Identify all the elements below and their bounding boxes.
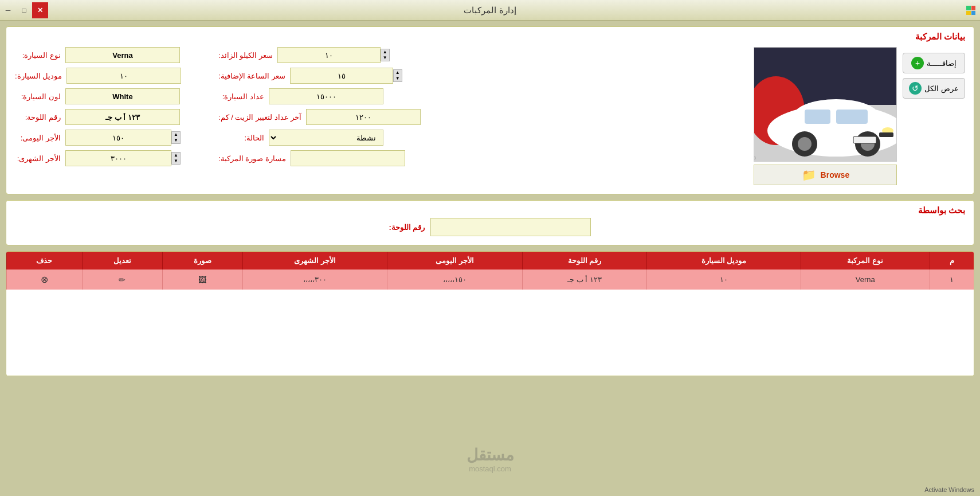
search-plate-label: رقم اللوحة: — [389, 223, 425, 232]
col-plate: رقم اللوحة — [522, 252, 647, 270]
show-all-button[interactable]: عرض الكل ↺ — [903, 78, 965, 99]
image-path-label: مسارة صورة المركبة: — [218, 154, 286, 163]
cell-num: ١ — [930, 270, 974, 290]
col-car-type: نوع المركبة — [801, 252, 930, 270]
plate-number-input[interactable] — [65, 109, 180, 125]
maximize-button[interactable]: □ — [16, 2, 32, 18]
image-path-row: مسارة صورة المركبة: — [218, 150, 745, 166]
daily-rent-spinner[interactable]: ▲ ▼ — [171, 131, 181, 144]
oil-odometer-input[interactable] — [306, 109, 421, 125]
photo-icon[interactable]: 🖼 — [198, 275, 206, 284]
cell-daily: ١٥٠،،،،، — [387, 270, 522, 290]
minimize-button[interactable]: ─ — [0, 2, 16, 18]
status-row: نشطة غير نشطة الحالة: — [218, 130, 745, 146]
monthly-rent-input[interactable] — [65, 150, 171, 166]
km-price-label: سعر الكيلو الزائد: — [218, 51, 273, 60]
delete-icon[interactable]: ⊗ — [41, 275, 48, 284]
header-row: م نوع المركبة موديل السيارة رقم اللوحة ا… — [7, 252, 974, 270]
km-price-down-arrow[interactable]: ▼ — [381, 55, 389, 61]
hour-price-input-group: ▲ ▼ — [290, 68, 402, 84]
monthly-rent-down-arrow[interactable]: ▼ — [172, 158, 180, 164]
cell-plate: ١٢٣ أ ب جـ — [522, 270, 647, 290]
table-row: ١ Verna ١٠ ١٢٣ أ ب جـ ١٥٠،،،،، ٣٠٠،،،،، … — [7, 270, 974, 290]
car-image: 2023 — [754, 47, 897, 162]
km-price-spinner[interactable]: ▲ ▼ — [381, 49, 390, 61]
oil-odometer-row: آخر عداد لتغيير الزيت / كم: — [218, 109, 745, 125]
cell-car-type: Verna — [801, 270, 930, 290]
close-button[interactable]: ✕ — [32, 2, 48, 18]
col-edit: تعديل — [82, 252, 162, 270]
hour-price-up-arrow[interactable]: ▲ — [394, 70, 402, 76]
odometer-label: عداد السيارة: — [218, 92, 264, 101]
edit-icon[interactable]: ✏ — [119, 275, 126, 284]
odometer-input[interactable] — [269, 88, 383, 104]
monthly-rent-spinner[interactable]: ▲ ▼ — [171, 152, 181, 165]
svg-rect-14 — [853, 136, 876, 143]
action-buttons: إضافـــــة + عرض الكل ↺ — [903, 53, 965, 99]
car-type-label: نوع السيارة: — [15, 51, 61, 60]
left-section: إضافـــــة + عرض الكل ↺ — [754, 47, 965, 185]
empty-row — [7, 290, 974, 376]
cell-monthly: ٣٠٠،،،،، — [242, 270, 387, 290]
hour-price-spinner[interactable]: ▲ ▼ — [393, 69, 402, 82]
status-select[interactable]: نشطة غير نشطة — [269, 130, 383, 146]
image-path-input[interactable] — [291, 150, 405, 166]
vehicles-table: م نوع المركبة موديل السيارة رقم اللوحة ا… — [6, 252, 974, 376]
car-model-label: موديل السيارة: — [15, 72, 62, 80]
monthly-rent-row: ▲ ▼ الأجر الشهرى: — [15, 150, 210, 166]
cell-photo[interactable]: 🖼 — [162, 270, 242, 290]
fields-right-column: نوع السيارة: موديل السيارة: لون السيارة:… — [15, 47, 210, 166]
daily-rent-input[interactable] — [65, 130, 171, 146]
oil-odometer-label: آخر عداد لتغيير الزيت / كم: — [218, 113, 301, 122]
browse-label[interactable]: Browse — [821, 170, 850, 179]
monthly-rent-up-arrow[interactable]: ▲ — [172, 153, 180, 158]
search-title: بحث بواسطة — [918, 205, 965, 216]
activate-notice: Activate Windows — [924, 486, 974, 493]
km-price-row: ▲ ▼ سعر الكيلو الزائد: — [218, 47, 745, 63]
search-plate-input[interactable] — [430, 218, 591, 236]
folder-icon: 📁 — [802, 168, 816, 182]
km-price-up-arrow[interactable]: ▲ — [381, 49, 389, 55]
col-daily: الأجر اليومى — [387, 252, 522, 270]
hour-price-input[interactable] — [290, 68, 393, 84]
titlebar-controls: ✕ □ ─ — [0, 0, 48, 20]
daily-rent-up-arrow[interactable]: ▲ — [172, 132, 180, 138]
monthly-rent-label: الأجر الشهرى: — [15, 154, 61, 163]
add-button[interactable]: إضافـــــة + — [903, 53, 965, 73]
cell-delete[interactable]: ⊗ — [7, 270, 83, 290]
image-section: 2023 Browse 📁 — [754, 47, 897, 185]
monthly-rent-input-group: ▲ ▼ — [65, 150, 181, 166]
car-color-label: لون السيارة: — [15, 92, 61, 101]
hour-price-row: ▲ ▼ سعر الساعة الإضافية: — [218, 68, 745, 84]
hour-price-label: سعر الساعة الإضافية: — [218, 72, 285, 80]
km-price-input[interactable] — [277, 47, 381, 63]
add-label: إضافـــــة — [927, 59, 957, 68]
car-model-input[interactable] — [66, 68, 181, 84]
car-color-input[interactable] — [65, 88, 180, 104]
main-content: بيانات المركبة إضافـــــة + عرض الكل ↺ — [0, 21, 980, 382]
table-body: ١ Verna ١٠ ١٢٣ أ ب جـ ١٥٠،،،،، ٣٠٠،،،،، … — [7, 270, 974, 376]
plate-number-row: رقم اللوحة: — [15, 109, 210, 125]
col-delete: حذف — [7, 252, 83, 270]
fields-left-column: ▲ ▼ سعر الكيلو الزائد: ▲ ▼ — [218, 47, 745, 166]
cell-model: ١٠ — [647, 270, 801, 290]
cell-edit[interactable]: ✏ — [82, 270, 162, 290]
empty-cell — [7, 290, 974, 376]
daily-rent-down-arrow[interactable]: ▼ — [172, 138, 180, 143]
browse-row[interactable]: Browse 📁 — [754, 165, 897, 185]
car-color-row: لون السيارة: — [15, 88, 210, 104]
svg-rect-6 — [805, 110, 830, 124]
col-monthly: الأجر الشهرى — [242, 252, 387, 270]
car-type-row: نوع السيارة: — [15, 47, 210, 63]
window-title: إدارة المركبات — [464, 5, 516, 15]
plate-number-label: رقم اللوحة: — [15, 113, 61, 122]
svg-rect-13 — [879, 132, 893, 137]
svg-rect-7 — [836, 110, 868, 124]
daily-rent-label: الأجر اليومى: — [15, 134, 61, 142]
col-model: موديل السيارة — [647, 252, 801, 270]
search-panel: بحث بواسطة رقم اللوحة: — [6, 200, 974, 245]
hour-price-down-arrow[interactable]: ▼ — [394, 76, 402, 81]
vehicle-data-title: بيانات المركبة — [915, 32, 965, 42]
svg-text:2023: 2023 — [754, 155, 756, 161]
car-type-input[interactable] — [65, 47, 180, 63]
